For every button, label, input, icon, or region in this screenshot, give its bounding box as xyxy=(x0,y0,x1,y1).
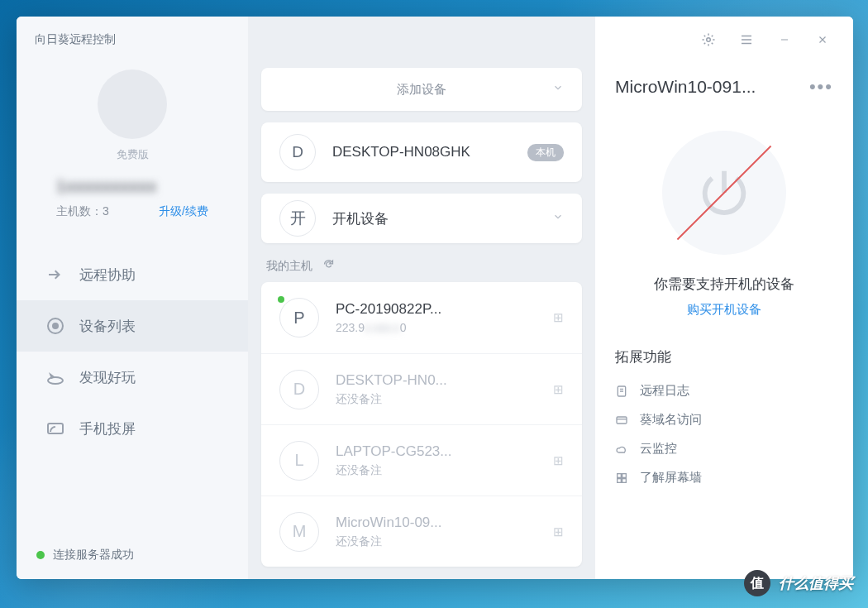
nav-label: 手机投屏 xyxy=(79,419,136,438)
remote-assist-icon xyxy=(45,264,66,285)
svg-rect-6 xyxy=(618,473,622,477)
host-item[interactable]: P PC-20190822P... 223.9x.xxx.x0 ⊞ xyxy=(261,282,582,353)
avatar[interactable] xyxy=(98,69,167,139)
selected-device-title: MicroWin10-091... xyxy=(615,77,756,97)
host-sub: 还没备注 xyxy=(336,534,537,549)
host-item[interactable]: M MicroWin10-09... 还没备注 ⊞ xyxy=(261,495,582,567)
ext-label: 云监控 xyxy=(640,441,677,457)
device-letter: D xyxy=(279,134,316,170)
host-sub: 223.9x.xxx.x0 xyxy=(336,321,537,334)
ext-domain-access[interactable]: 葵域名访问 xyxy=(615,405,833,434)
svg-rect-5 xyxy=(617,417,627,424)
host-name: DESKTOP-HN0... xyxy=(336,372,537,389)
nav-label: 设备列表 xyxy=(79,317,136,336)
slash-icon xyxy=(677,146,772,241)
svg-point-2 xyxy=(48,377,63,384)
device-list-icon xyxy=(45,315,66,337)
boot-letter: 开 xyxy=(279,200,316,237)
host-name: MicroWin10-09... xyxy=(336,515,537,531)
nav: 远程协助 设备列表 发现好玩 手机投屏 xyxy=(17,249,248,454)
grid-icon xyxy=(615,472,630,485)
host-list: P PC-20190822P... 223.9x.xxx.x0 ⊞ D DESK… xyxy=(261,282,582,567)
svg-rect-3 xyxy=(48,424,63,433)
nav-label: 发现好玩 xyxy=(79,368,136,387)
host-letter: D xyxy=(279,370,319,409)
status-text: 连接服务器成功 xyxy=(53,548,134,563)
host-letter: L xyxy=(279,441,319,481)
device-name: DESKTOP-HN08GHK xyxy=(332,144,511,160)
windows-icon: ⊞ xyxy=(553,382,564,397)
titlebar: 向日葵远程控制 xyxy=(17,17,248,63)
more-icon[interactable]: ••• xyxy=(809,76,833,98)
ext-cloud-monitor[interactable]: 云监控 xyxy=(615,434,833,463)
boot-label: 开机设备 xyxy=(332,209,389,228)
window-controls xyxy=(678,17,853,63)
local-badge: 本机 xyxy=(527,144,564,161)
app-window: 向日葵远程控制 免费版 1xxxxxxxxxx 主机数：3 升级/续费 远程协助… xyxy=(17,17,853,579)
watermark: 值 什么值得买 xyxy=(744,570,853,596)
ext-label: 葵域名访问 xyxy=(640,412,702,428)
ext-label: 了解屏幕墙 xyxy=(640,470,702,486)
windows-icon: ⊞ xyxy=(553,310,564,325)
settings-icon[interactable] xyxy=(701,32,716,47)
screen-cast-icon xyxy=(45,418,66,439)
add-device-button[interactable]: 添加设备 xyxy=(261,68,582,111)
status-dot-icon xyxy=(36,551,45,559)
windows-icon: ⊞ xyxy=(553,453,564,468)
extensions-title: 拓展功能 xyxy=(615,347,833,366)
menu-icon[interactable] xyxy=(739,32,754,47)
nav-remote-assist[interactable]: 远程协助 xyxy=(17,249,248,300)
card-icon xyxy=(615,414,630,427)
cloud-icon xyxy=(615,443,630,456)
close-icon[interactable] xyxy=(815,32,830,47)
chevron-down-icon xyxy=(552,211,564,226)
power-message: 你需要支持开机的设备 xyxy=(654,275,794,294)
nav-device-list[interactable]: 设备列表 xyxy=(17,300,248,352)
ext-screen-wall[interactable]: 了解屏幕墙 xyxy=(615,463,833,492)
buy-boot-device-link[interactable]: 购买开机设备 xyxy=(687,302,761,318)
host-letter: P xyxy=(279,298,319,338)
host-item[interactable]: D DESKTOP-HN0... 还没备注 ⊞ xyxy=(261,353,582,424)
profile-section: 免费版 xyxy=(17,63,248,177)
nav-discover[interactable]: 发现好玩 xyxy=(17,352,248,403)
minimize-icon[interactable] xyxy=(777,32,792,47)
upgrade-link[interactable]: 升级/续费 xyxy=(159,204,208,219)
local-device-card[interactable]: D DESKTOP-HN08GHK 本机 xyxy=(261,122,582,182)
watermark-text: 什么值得买 xyxy=(779,573,853,593)
boot-device-button[interactable]: 开 开机设备 xyxy=(261,194,582,243)
svg-point-1 xyxy=(52,323,59,329)
plan-badge: 免费版 xyxy=(117,147,149,162)
extensions-section: 拓展功能 远程日志 葵域名访问 云监控 了解屏幕墙 xyxy=(615,347,833,492)
svg-rect-8 xyxy=(618,478,622,482)
refresh-icon[interactable] xyxy=(322,258,335,274)
online-dot-icon xyxy=(278,296,284,303)
discover-icon xyxy=(45,366,66,388)
ext-label: 远程日志 xyxy=(640,383,689,399)
center-column: 添加设备 D DESKTOP-HN08GHK 本机 开 开机设备 我的主机 P xyxy=(248,17,595,579)
document-icon xyxy=(615,385,630,398)
nav-label: 远程协助 xyxy=(79,266,136,285)
host-letter: M xyxy=(279,512,319,552)
nav-screen-cast[interactable]: 手机投屏 xyxy=(17,403,248,454)
right-panel: MicroWin10-091... ••• 你需要支持开机的设备 购买开机设备 … xyxy=(595,17,853,579)
host-name: PC-20190822P... xyxy=(336,301,537,318)
svg-point-10 xyxy=(707,38,711,42)
watermark-icon: 值 xyxy=(744,570,770,596)
status-bar: 连接服务器成功 xyxy=(17,531,248,579)
ext-remote-log[interactable]: 远程日志 xyxy=(615,376,833,405)
account-id: 1xxxxxxxxxx xyxy=(56,177,208,196)
chevron-down-icon xyxy=(552,82,564,97)
svg-rect-7 xyxy=(622,473,627,477)
host-sub: 还没备注 xyxy=(336,392,537,407)
section-title: 我的主机 xyxy=(266,259,312,274)
power-icon xyxy=(662,131,786,255)
hosts-count: 主机数：3 xyxy=(56,204,109,219)
host-name: LAPTOP-CG523... xyxy=(336,443,537,460)
my-hosts-header: 我的主机 xyxy=(261,243,582,282)
add-device-label: 添加设备 xyxy=(397,82,446,98)
host-item[interactable]: L LAPTOP-CG523... 还没备注 ⊞ xyxy=(261,424,582,495)
host-sub: 还没备注 xyxy=(336,463,537,478)
account-section: 1xxxxxxxxxx 主机数：3 升级/续费 xyxy=(17,177,248,226)
svg-rect-9 xyxy=(622,478,627,482)
windows-icon: ⊞ xyxy=(553,524,564,539)
